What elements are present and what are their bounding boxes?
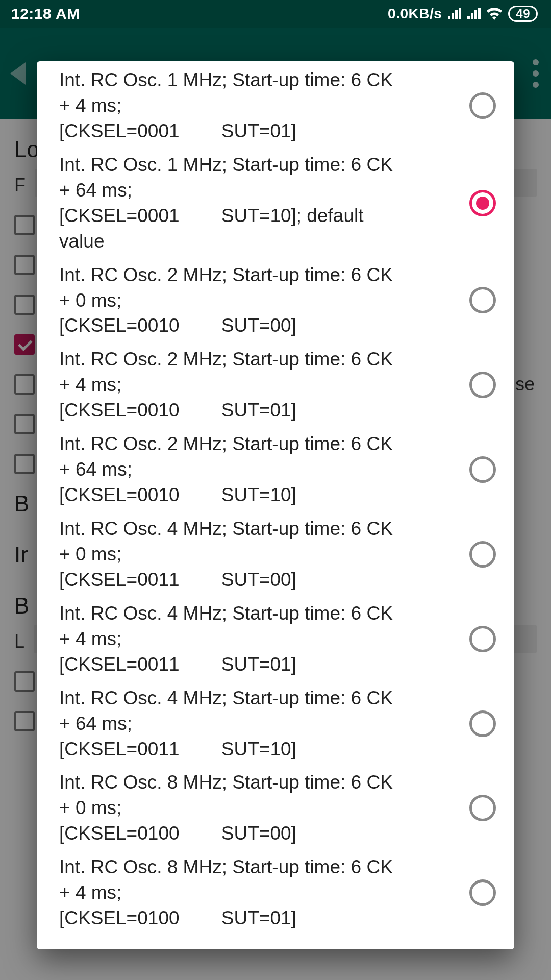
radio-icon[interactable] — [469, 190, 496, 216]
signal-icon — [448, 8, 461, 19]
radio-icon[interactable] — [469, 795, 496, 821]
clock-option[interactable]: Int. RC Osc. 2 MHz; Start-up time: 6 CK … — [37, 427, 514, 512]
clock-option-label: Int. RC Osc. 2 MHz; Start-up time: 6 CK … — [59, 262, 455, 339]
clock-option[interactable]: Int. RC Osc. 4 MHz; Start-up time: 6 CK … — [37, 681, 514, 766]
clock-select-dialog: Int. RC Osc. 1 MHz; Start-up time: 6 CK … — [37, 61, 514, 949]
clock-option-label: Int. RC Osc. 1 MHz; Start-up time: 6 CK … — [59, 152, 455, 254]
clock-option[interactable]: Int. RC Osc. 4 MHz; Start-up time: 6 CK … — [37, 597, 514, 681]
battery-percent: 49 — [516, 7, 530, 21]
radio-icon[interactable] — [469, 541, 496, 568]
clock-option[interactable]: Int. RC Osc. 8 MHz; Start-up time: 6 CK … — [37, 766, 514, 850]
signal-icon — [467, 8, 481, 19]
status-bar: 12:18 AM 0.0KB/s 49 — [0, 0, 551, 28]
radio-icon[interactable] — [469, 92, 496, 119]
clock-option-label: Int. RC Osc. 4 MHz; Start-up time: 6 CK … — [59, 516, 455, 593]
clock-option-label: Int. RC Osc. 8 MHz; Start-up time: 6 CK … — [59, 854, 455, 931]
clock-option[interactable]: Int. RC Osc. 2 MHz; Start-up time: 6 CK … — [37, 342, 514, 427]
radio-icon[interactable] — [469, 456, 496, 483]
radio-icon[interactable] — [469, 879, 496, 906]
clock-option[interactable]: Int. RC Osc. 1 MHz; Start-up time: 6 CK … — [37, 63, 514, 148]
clock-option[interactable]: Int. RC Osc. 4 MHz; Start-up time: 6 CK … — [37, 512, 514, 597]
status-right: 0.0KB/s 49 — [388, 6, 538, 22]
radio-icon[interactable] — [469, 710, 496, 737]
dialog-options-list[interactable]: Int. RC Osc. 1 MHz; Start-up time: 6 CK … — [37, 61, 514, 949]
clock-option-label: Int. RC Osc. 1 MHz; Start-up time: 6 CK … — [59, 67, 455, 144]
clock-option-label: Int. RC Osc. 2 MHz; Start-up time: 6 CK … — [59, 347, 455, 423]
status-time: 12:18 AM — [11, 5, 80, 22]
radio-icon[interactable] — [469, 626, 496, 652]
clock-option[interactable]: Int. RC Osc. 2 MHz; Start-up time: 6 CK … — [37, 258, 514, 343]
clock-option-label: Int. RC Osc. 2 MHz; Start-up time: 6 CK … — [59, 431, 455, 508]
clock-option[interactable]: Int. RC Osc. 1 MHz; Start-up time: 6 CK … — [37, 148, 514, 258]
wifi-icon — [487, 8, 502, 20]
clock-option-label: Int. RC Osc. 4 MHz; Start-up time: 6 CK … — [59, 685, 455, 762]
clock-option-label: Int. RC Osc. 4 MHz; Start-up time: 6 CK … — [59, 601, 455, 677]
radio-icon[interactable] — [469, 287, 496, 313]
battery-icon: 49 — [508, 6, 538, 22]
clock-option-label: Int. RC Osc. 8 MHz; Start-up time: 6 CK … — [59, 770, 455, 846]
radio-icon[interactable] — [469, 372, 496, 398]
clock-option[interactable]: Int. RC Osc. 8 MHz; Start-up time: 6 CK … — [37, 850, 514, 935]
net-speed: 0.0KB/s — [388, 6, 442, 22]
